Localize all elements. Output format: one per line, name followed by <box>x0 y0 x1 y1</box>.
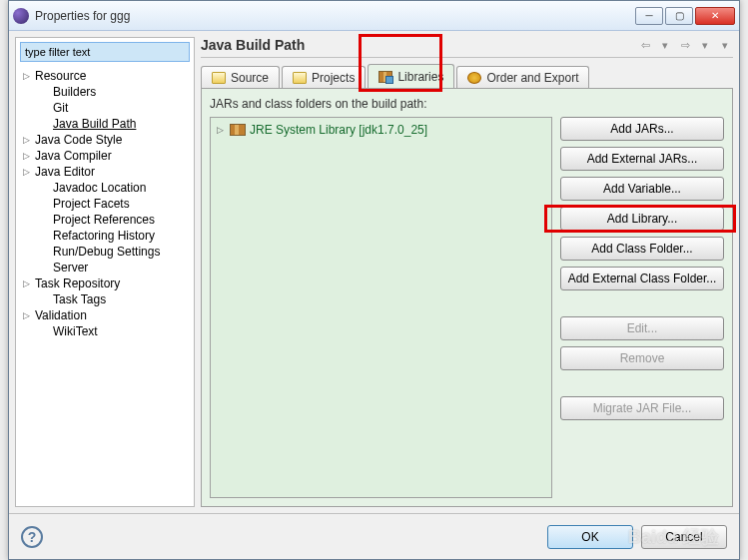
expand-icon <box>40 88 49 97</box>
minimize-button[interactable]: ─ <box>635 7 663 25</box>
projects-icon <box>293 72 307 84</box>
library-icon <box>230 124 246 136</box>
tree-item-label: Project References <box>53 213 155 227</box>
source-icon <box>212 72 226 84</box>
body-row: ▷ JRE System Library [jdk1.7.0_25] Add J… <box>210 117 724 498</box>
tree-item[interactable]: Project Facets <box>16 196 194 212</box>
tree-item[interactable]: ▷Resource <box>16 68 194 84</box>
view-menu-icon[interactable]: ▾ <box>717 37 733 53</box>
expand-icon[interactable]: ▷ <box>22 311 31 320</box>
tree-item[interactable]: ▷Task Repository <box>16 276 194 291</box>
tree-item[interactable]: ▷Java Compiler <box>16 148 194 164</box>
tab-label: Projects <box>312 71 355 85</box>
expand-icon[interactable]: ▷ <box>22 152 31 161</box>
expand-icon[interactable]: ▷ <box>22 72 31 81</box>
back-menu-icon[interactable]: ▾ <box>657 37 673 53</box>
window-title: Properties for ggg <box>35 9 635 23</box>
expand-icon[interactable]: ▷ <box>22 168 31 177</box>
add-external-class-folder-button[interactable]: Add External Class Folder... <box>560 267 724 290</box>
cancel-button[interactable]: Cancel <box>641 525 727 549</box>
expand-icon[interactable]: ▷ <box>22 136 31 145</box>
expand-icon <box>40 104 49 113</box>
tree-item[interactable]: Javadoc Location <box>16 180 194 196</box>
help-icon[interactable]: ? <box>21 526 43 548</box>
expand-icon <box>40 216 49 225</box>
maximize-button[interactable]: ▢ <box>665 7 693 25</box>
expand-icon <box>40 184 49 193</box>
tab-label: Libraries <box>397 70 443 84</box>
tab-label: Source <box>231 71 269 85</box>
add-external-jars-button[interactable]: Add External JARs... <box>560 147 724 171</box>
close-button[interactable]: ✕ <box>695 7 735 25</box>
tree-item[interactable]: Project References <box>16 212 194 228</box>
tree-item[interactable]: Task Tags <box>16 291 194 307</box>
dialog-content: ▷ResourceBuildersGitJava Build Path▷Java… <box>9 31 739 559</box>
add-library-button[interactable]: Add Library... <box>560 207 724 231</box>
tab-strip: Source Projects Libraries Order and <box>201 64 733 88</box>
edit-button: Edit... <box>560 316 724 340</box>
tab-projects[interactable]: Projects <box>282 66 366 88</box>
eclipse-icon <box>13 8 29 24</box>
tree-item-label: WikiText <box>53 324 98 338</box>
expand-icon <box>40 264 49 273</box>
order-export-icon <box>467 72 481 84</box>
expand-icon <box>40 295 49 304</box>
tree-item[interactable]: Refactoring History <box>16 228 194 244</box>
tree-item-label: Task Tags <box>53 292 106 306</box>
main-area: ▷ResourceBuildersGitJava Build Path▷Java… <box>9 31 739 513</box>
tree-item-label: Run/Debug Settings <box>53 245 160 259</box>
expand-icon <box>40 200 49 209</box>
tab-label: Order and Export <box>486 71 578 85</box>
dialog-footer: ? OK Cancel <box>9 513 739 559</box>
tree-item-label: Task Repository <box>35 277 120 290</box>
forward-menu-icon[interactable]: ▾ <box>697 37 713 53</box>
tree-item[interactable]: ▷Java Code Style <box>16 132 194 148</box>
tree-item[interactable]: Builders <box>16 84 194 100</box>
tree-item[interactable]: WikiText <box>16 323 194 339</box>
back-icon[interactable]: ⇦ <box>637 37 653 53</box>
expand-icon <box>40 327 49 336</box>
tree-item-label: Project Facets <box>53 197 130 211</box>
library-item[interactable]: ▷ JRE System Library [jdk1.7.0_25] <box>215 122 547 138</box>
tree-item-label: Java Build Path <box>53 117 136 131</box>
tree-item[interactable]: Server <box>16 260 194 276</box>
tree-item-label: Java Editor <box>35 165 95 179</box>
library-label: JRE System Library [jdk1.7.0_25] <box>250 123 427 137</box>
tree-item-label: Java Compiler <box>35 149 112 163</box>
migrate-jar-button: Migrate JAR File... <box>560 396 724 420</box>
page-panel: Java Build Path ⇦ ▾ ⇨ ▾ ▾ Source <box>201 37 733 507</box>
add-variable-button[interactable]: Add Variable... <box>560 177 724 201</box>
expand-icon[interactable]: ▷ <box>217 125 226 135</box>
nav-buttons: ⇦ ▾ ⇨ ▾ ▾ <box>637 37 733 53</box>
tab-order-export[interactable]: Order and Export <box>456 66 589 88</box>
tree-item[interactable]: ▷Java Editor <box>16 164 194 180</box>
page-title: Java Build Path <box>201 37 637 53</box>
page-header: Java Build Path ⇦ ▾ ⇨ ▾ ▾ <box>201 37 733 58</box>
list-description: JARs and class folders on the build path… <box>210 97 724 111</box>
tab-source[interactable]: Source <box>201 66 280 88</box>
category-tree[interactable]: ▷ResourceBuildersGitJava Build Path▷Java… <box>16 66 194 506</box>
filter-input[interactable] <box>20 42 190 62</box>
tree-item[interactable]: Git <box>16 100 194 116</box>
category-tree-panel: ▷ResourceBuildersGitJava Build Path▷Java… <box>15 37 195 507</box>
tree-item-label: Javadoc Location <box>53 181 146 195</box>
tree-item[interactable]: ▷Validation <box>16 307 194 323</box>
tree-item-label: Refactoring History <box>53 229 155 243</box>
properties-dialog: Properties for ggg ─ ▢ ✕ ▷ResourceBuilde… <box>8 0 740 560</box>
forward-icon[interactable]: ⇨ <box>677 37 693 53</box>
button-column: Add JARs... Add External JARs... Add Var… <box>560 117 724 498</box>
libraries-list[interactable]: ▷ JRE System Library [jdk1.7.0_25] <box>210 117 552 498</box>
expand-icon <box>40 248 49 257</box>
tree-item[interactable]: Run/Debug Settings <box>16 244 194 260</box>
libraries-icon <box>378 71 392 83</box>
tree-item-label: Git <box>53 101 68 115</box>
tree-item[interactable]: Java Build Path <box>16 116 194 132</box>
expand-icon[interactable]: ▷ <box>22 280 31 288</box>
expand-icon <box>40 120 49 129</box>
ok-button[interactable]: OK <box>547 525 633 549</box>
add-jars-button[interactable]: Add JARs... <box>560 117 724 141</box>
add-class-folder-button[interactable]: Add Class Folder... <box>560 237 724 261</box>
tab-libraries[interactable]: Libraries <box>368 64 454 88</box>
expand-icon <box>40 232 49 241</box>
tree-item-label: Validation <box>35 308 87 322</box>
